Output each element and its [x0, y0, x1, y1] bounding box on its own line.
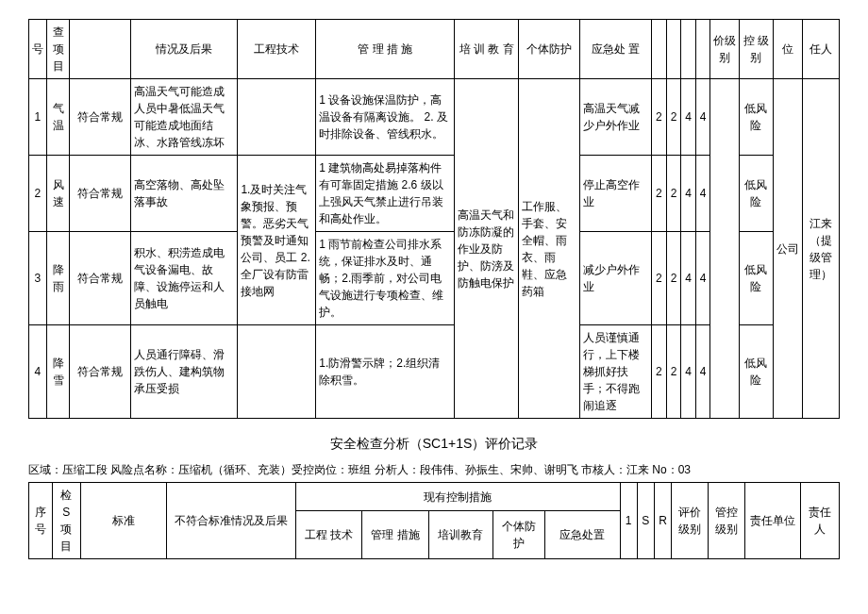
hdr2-mgmt: 管理 措施 — [362, 511, 429, 559]
cell-n2: 2 — [666, 156, 681, 232]
cell-n1: 2 — [652, 232, 667, 325]
cell-management: 1.防滑警示牌；2.组织清除积雪。 — [316, 325, 455, 419]
hdr2-person: 责任 人 — [800, 483, 839, 559]
cell-n1: 2 — [652, 156, 667, 232]
hdr-n4 — [695, 20, 710, 79]
table1-header-row: 号 查 项 目 情况及后果 工程技术 管 理 措 施 培 训 教 育 个体防护 … — [29, 20, 840, 79]
hdr2-unit: 责任单位 — [744, 483, 800, 559]
hdr-seq: 号 — [29, 20, 47, 79]
hdr-n3 — [681, 20, 696, 79]
cell-protection-merged: 工作服、手套、安全帽、雨衣、雨鞋、应急药箱 — [519, 79, 579, 419]
cell-ctrl: 低风险 — [740, 156, 773, 232]
cell-situation: 高空落物、高处坠落事故 — [130, 156, 238, 232]
cell-n3: 4 — [681, 232, 696, 325]
cell-n3: 4 — [681, 156, 696, 232]
cell-standard: 符合常规 — [70, 325, 130, 419]
hdr2-one: 1 — [620, 483, 637, 559]
cell-n1: 2 — [652, 325, 667, 419]
hdr2-eng: 工程 技术 — [295, 511, 362, 559]
cell-management: 1 建筑物高处易掉落构件有可靠固定措施 2.6 级以上强风天气禁止进行吊装和高处… — [316, 156, 455, 232]
hdr2-prot: 个体防 护 — [493, 511, 545, 559]
cell-engineering-merged: 1.及时关注气象预报、预警。恶劣天气预警及时通知公司、员工 2.全厂设有防雷接地… — [238, 156, 316, 325]
hdr2-standard: 标准 — [80, 483, 166, 559]
cell-n1: 2 — [652, 79, 667, 156]
hdr-management: 管 理 措 施 — [316, 20, 455, 79]
risk-table-1: 号 查 项 目 情况及后果 工程技术 管 理 措 施 培 训 教 育 个体防护 … — [28, 19, 840, 419]
cell-emergency: 减少户外作业 — [579, 232, 652, 325]
cell-standard: 符合常规 — [70, 79, 130, 156]
hdr-training: 培 训 教 育 — [455, 20, 519, 79]
cell-emergency: 高温天气减少户外作业 — [579, 79, 652, 156]
hdr2-situation: 不符合标准情况及后果 — [166, 483, 295, 559]
hdr-n1 — [652, 20, 667, 79]
cell-emergency: 人员谨慎通行，上下楼梯抓好扶手；不得跑闹追逐 — [579, 325, 652, 419]
hdr-protection: 个体防护 — [519, 20, 579, 79]
hdr-n2 — [666, 20, 681, 79]
hdr-emergency: 应急处 置 — [579, 20, 652, 79]
cell-item: 降雪 — [46, 325, 70, 419]
cell-n3: 4 — [681, 325, 696, 419]
cell-n2: 2 — [666, 232, 681, 325]
section2-meta: 区域：压缩工段 风险点名称：压缩机（循环、充装）受控岗位：班组 分析人：段伟伟、… — [28, 462, 840, 478]
cell-engineering — [238, 325, 316, 419]
cell-management: 1 设备设施保温防护，高温设备有隔离设施。 2. 及时排除设备、管线积水。 — [316, 79, 455, 156]
cell-n4: 4 — [695, 325, 710, 419]
hdr2-emerg: 应急处置 — [544, 511, 620, 559]
hdr-check-item: 查 项 目 — [46, 20, 70, 79]
cell-ctrl: 低风险 — [740, 79, 773, 156]
cell-seq: 2 — [29, 156, 47, 232]
cell-n3: 4 — [681, 79, 696, 156]
cell-standard: 符合常规 — [70, 156, 130, 232]
hdr2-seq: 序 号 — [29, 483, 53, 559]
hdr2-ctrl: 管控 级别 — [708, 483, 744, 559]
cell-item: 风速 — [46, 156, 70, 232]
risk-table-2: 序 号 检 S 项 目 标准 不符合标准情况及后果 现有控制措施 1 S R 评… — [28, 482, 840, 559]
hdr-engineering: 工程技术 — [238, 20, 316, 79]
cell-item: 降雨 — [46, 232, 70, 325]
cell-emergency: 停止高空作业 — [579, 156, 652, 232]
cell-ctrl: 低风险 — [740, 325, 773, 419]
cell-seq: 4 — [29, 325, 47, 419]
table2-header-row1: 序 号 检 S 项 目 标准 不符合标准情况及后果 现有控制措施 1 S R 评… — [29, 483, 840, 511]
cell-situation: 人员通行障碍、滑跌伤人、建构筑物承压受损 — [130, 325, 238, 419]
cell-situation: 积水、积涝造成电气设备漏电、故障、设施停运和人员触电 — [130, 232, 238, 325]
hdr-price-level: 价级 别 — [710, 20, 740, 79]
hdr2-s: S — [637, 483, 654, 559]
hdr2-sitem: 检 S 项 目 — [53, 483, 81, 559]
hdr-unit: 位 — [773, 20, 802, 79]
section2-title: 安全检查分析（SC1+1S）评价记录 — [28, 436, 840, 453]
cell-person-merged: 江来（提级管理） — [802, 79, 839, 419]
cell-n4: 4 — [695, 156, 710, 232]
cell-n4: 4 — [695, 232, 710, 325]
table-row: 1 气温 符合常规 高温天气可能造成人员中暑低温天气可能造成地面结冰、水路管线冻… — [29, 79, 840, 156]
cell-n4: 4 — [695, 79, 710, 156]
cell-n2: 2 — [666, 79, 681, 156]
cell-standard: 符合常规 — [70, 232, 130, 325]
hdr-person: 任人 — [802, 20, 839, 79]
cell-training-merged: 高温天气和防冻防凝的作业及防护、防滂及防触电保护 — [455, 79, 519, 419]
cell-item: 气温 — [46, 79, 70, 156]
cell-management: 1 雨节前检查公司排水系统，保证排水及时、通畅；2.雨季前，对公司电气设施进行专… — [316, 232, 455, 325]
cell-situation: 高温天气可能造成人员中暑低温天气可能造成地面结冰、水路管线冻坏 — [130, 79, 238, 156]
cell-n2: 2 — [666, 325, 681, 419]
hdr2-train: 培训教育 — [428, 511, 492, 559]
cell-price-level-merged — [710, 79, 740, 419]
hdr2-current: 现有控制措施 — [295, 483, 620, 511]
cell-seq: 3 — [29, 232, 47, 325]
hdr-situation: 情况及后果 — [130, 20, 238, 79]
cell-ctrl: 低风险 — [740, 232, 773, 325]
hdr2-eval: 评价 级别 — [672, 483, 709, 559]
hdr2-r: R — [654, 483, 671, 559]
hdr-ctrl-level: 控 级 别 — [740, 20, 773, 79]
cell-seq: 1 — [29, 79, 47, 156]
cell-unit-merged: 公司 — [773, 79, 802, 419]
hdr-blank1 — [70, 20, 130, 79]
cell-engineering — [238, 79, 316, 156]
